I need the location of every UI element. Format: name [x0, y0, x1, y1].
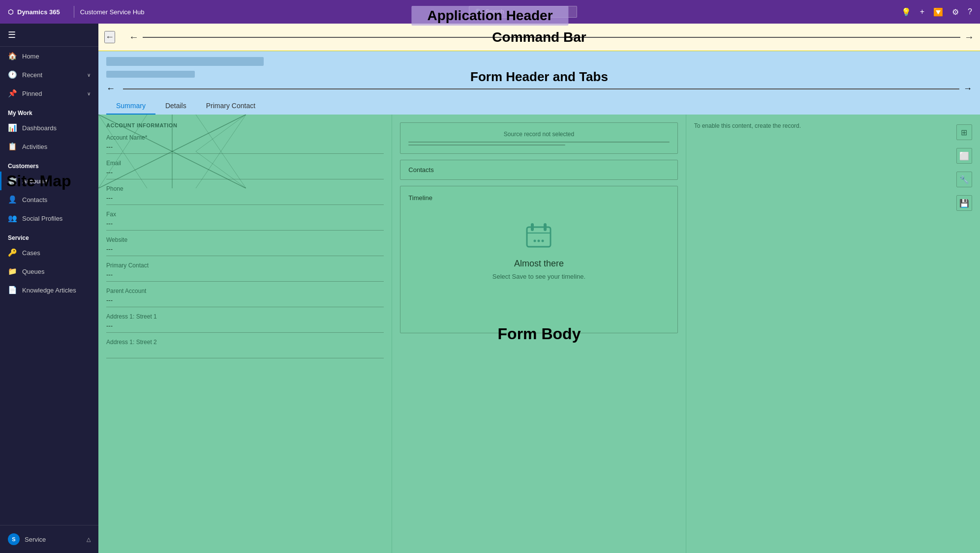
svg-point-14	[538, 240, 540, 242]
social-icon: 👥	[8, 214, 17, 223]
sidebar: ☰ 🏠 Home 🕐 Recent ∨ 📌 Pinned ∨ My Work 📊…	[0, 24, 98, 553]
form-tabs: Summary Details Primary Contact	[106, 98, 972, 115]
sidebar-item-contacts[interactable]: 👤 Contacts	[0, 190, 98, 209]
sidebar-item-label: Accounts	[22, 177, 48, 185]
sidebar-item-knowledge-articles[interactable]: 📄 Knowledge Articles	[0, 281, 98, 299]
website-field: Website ---	[106, 236, 384, 256]
dashboards-icon: 📊	[8, 123, 17, 132]
sidebar-item-social-profiles[interactable]: 👥 Social Profiles	[0, 209, 98, 228]
wrench-icon-button[interactable]: 🔧	[956, 172, 972, 187]
sidebar-item-label: Contacts	[22, 196, 47, 204]
tab-details[interactable]: Details	[155, 98, 196, 115]
address-street1-input[interactable]: ---	[106, 322, 384, 333]
svg-rect-11	[544, 223, 547, 231]
primary-contact-input[interactable]: ---	[106, 271, 384, 282]
queues-icon: 📁	[8, 267, 17, 276]
source-record-text: Source record not selected	[408, 131, 669, 138]
window-icon-button[interactable]: ⬜	[956, 148, 972, 164]
content-area: ← ← → Command Bar ← → Form Header and Ta…	[98, 24, 980, 553]
app-header: ⬡ Dynamics 365 Customer Service Hub 🔍 Se…	[0, 0, 980, 24]
form-header-arrows: ← → Form Header and Tabs	[106, 84, 972, 94]
source-record-bar	[408, 142, 669, 143]
app-logo[interactable]: ⬡ Dynamics 365	[8, 8, 60, 16]
chevron-down-icon: ∨	[87, 72, 91, 78]
save-icon-button[interactable]: 💾	[956, 195, 972, 211]
sidebar-item-pinned[interactable]: 📌 Pinned ∨	[0, 84, 98, 103]
address-street2-input[interactable]	[106, 348, 384, 358]
header-left-arrow: ←	[106, 84, 115, 94]
header-right-arrow: →	[963, 84, 972, 94]
account-info-section: ACCOUNT INFORMATION	[106, 122, 384, 128]
fax-input[interactable]: ---	[106, 220, 384, 231]
avatar: S	[8, 533, 20, 545]
filter-icon[interactable]: 🔽	[933, 7, 943, 17]
svg-rect-9	[527, 227, 551, 247]
accounts-icon: 🏢	[8, 176, 17, 185]
email-field: Email ---	[106, 160, 384, 179]
account-name-input[interactable]: ---	[106, 143, 384, 154]
sidebar-item-home[interactable]: 🏠 Home	[0, 47, 98, 65]
hamburger-menu[interactable]: ☰	[8, 29, 16, 40]
lightbulb-icon[interactable]: 💡	[901, 7, 911, 17]
pin-icon: 📌	[8, 89, 17, 98]
add-icon[interactable]: +	[920, 7, 924, 16]
knowledge-icon: 📄	[8, 286, 17, 294]
sidebar-item-label: Social Profiles	[22, 215, 62, 222]
settings-icon[interactable]: ⚙	[952, 7, 959, 17]
sidebar-bottom-label: Service	[25, 536, 46, 543]
sidebar-item-label: Activities	[22, 143, 47, 150]
sidebar-item-cases[interactable]: 🔑 Cases	[0, 243, 98, 262]
primary-contact-field: Primary Contact ---	[106, 262, 384, 282]
sidebar-item-label: Dashboards	[22, 124, 57, 132]
grid-icon-button[interactable]: ⊞	[956, 124, 972, 140]
form-body: Form Body ACCOUNT INFORMATION Account Na…	[98, 115, 980, 553]
header-center: 🔍 Search Application Header	[145, 6, 901, 18]
sidebar-item-queues[interactable]: 📁 Queues	[0, 262, 98, 281]
source-record-box: Source record not selected	[400, 122, 677, 154]
tab-summary[interactable]: Summary	[106, 98, 155, 115]
sidebar-item-dashboards[interactable]: 📊 Dashboards	[0, 118, 98, 137]
sidebar-item-activities[interactable]: 📋 Activities	[0, 137, 98, 156]
sidebar-item-recent[interactable]: 🕐 Recent ∨	[0, 65, 98, 84]
apps-icon: ⬡	[8, 8, 13, 16]
contacts-title: Contacts	[408, 166, 669, 174]
parent-account-input[interactable]: ---	[106, 296, 384, 307]
header-line	[123, 88, 959, 89]
header-title-overlay: Application Header	[411, 6, 568, 26]
source-record-bar2	[408, 145, 565, 146]
timeline-title: Timeline	[408, 194, 432, 202]
parent-account-field: Parent Account ---	[106, 288, 384, 307]
activities-icon: 📋	[8, 142, 17, 151]
header-separator	[74, 6, 74, 18]
form-left-col: ACCOUNT INFORMATION Account Name* --- Em…	[98, 115, 392, 553]
save-prompt-text: Select Save to see your timeline.	[492, 273, 585, 280]
sidebar-item-label: Cases	[22, 249, 40, 257]
app-name: Customer Service Hub	[80, 8, 145, 16]
address-street1-field: Address 1: Street 1 ---	[106, 313, 384, 333]
sidebar-item-accounts[interactable]: 🏢 Accounts Site Map	[0, 172, 98, 190]
header-icons: 💡 + 🔽 ⚙ ?	[901, 7, 972, 17]
help-icon[interactable]: ?	[968, 7, 972, 16]
form-header-title: Form Header and Tabs	[470, 69, 608, 84]
enable-content-text: To enable this content, create the recor…	[694, 122, 801, 129]
sidebar-item-label: Knowledge Articles	[22, 287, 76, 294]
phone-input[interactable]: ---	[106, 194, 384, 205]
customers-section: Customers	[0, 156, 98, 172]
form-body-title: Form Body	[498, 325, 581, 343]
address-street2-field: Address 1: Street 2	[106, 339, 384, 358]
right-arrow-icon: →	[964, 31, 974, 43]
chevron-up-icon: △	[87, 536, 91, 543]
sidebar-bottom-profile[interactable]: S Service △	[0, 529, 98, 549]
sidebar-item-label: Home	[22, 53, 39, 60]
website-input[interactable]: ---	[106, 245, 384, 256]
my-work-section: My Work	[0, 103, 98, 118]
sidebar-top: ☰	[0, 24, 98, 47]
sidebar-item-label: Queues	[22, 268, 45, 275]
service-section: Service	[0, 228, 98, 243]
command-bar-title: Command Bar	[492, 29, 586, 45]
tab-primary-contact[interactable]: Primary Contact	[196, 98, 265, 115]
timeline-box: Timeline Almost there Select Save to see…	[400, 186, 677, 333]
form-header: ← → Form Header and Tabs Summary Details…	[98, 51, 980, 115]
back-button[interactable]: ←	[104, 31, 115, 43]
email-input[interactable]: ---	[106, 169, 384, 179]
